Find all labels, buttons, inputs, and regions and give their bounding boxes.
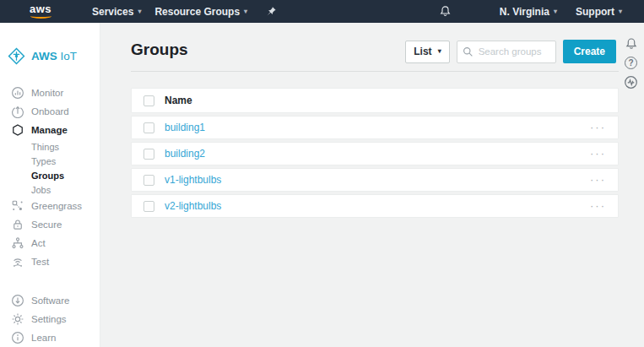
sidebar-item-label: Act [31, 238, 46, 248]
wifi-signal-icon [10, 255, 24, 269]
pushpin-icon [266, 6, 277, 17]
info-circle-icon [10, 331, 24, 345]
sidebar-item-label: Secure [31, 220, 62, 230]
row-checkbox[interactable] [143, 149, 154, 160]
hierarchy-icon [10, 236, 24, 251]
lock-icon [10, 218, 24, 232]
feedback-activity-button[interactable] [624, 75, 638, 89]
manage-icon [10, 123, 24, 138]
sidebar-item-jobs[interactable]: Jobs [0, 182, 100, 197]
gear-icon [10, 312, 24, 327]
sidebar-item-label: Software [31, 295, 69, 306]
region-selector[interactable]: N. Virginia ▾ [500, 0, 557, 23]
sidebar-item-settings[interactable]: Settings [0, 310, 100, 328]
sidebar-item-label: Onboard [31, 106, 69, 117]
sidebar-item-label: Learn [31, 333, 56, 343]
help-button[interactable]: ? [625, 57, 637, 69]
services-menu[interactable]: Services ▾ [85, 0, 148, 23]
right-icon-rail: ? [624, 36, 638, 89]
groups-table: Name building1 ··· building2 ··· v1-ligh… [131, 88, 619, 218]
aws-logo[interactable]: aws [30, 4, 51, 19]
resource-groups-menu[interactable]: Resource Groups ▾ [148, 0, 254, 23]
chevron-down-icon: ▾ [438, 48, 441, 55]
column-header-name: Name [165, 95, 192, 106]
top-navigation-bar: aws Services ▾ Resource Groups ▾ [0, 0, 644, 23]
chevron-down-icon: ▾ [554, 8, 557, 15]
greengrass-icon [10, 199, 24, 214]
table-row: building2 ··· [131, 142, 619, 165]
region-label: N. Virginia [500, 6, 549, 18]
chevron-down-icon: ▾ [138, 8, 141, 15]
sidebar-item-things[interactable]: Things [0, 139, 100, 154]
monitor-icon [10, 86, 24, 100]
main-content: Groups List ▾ Create [100, 23, 644, 347]
view-selector-value: List [414, 46, 431, 57]
row-checkbox[interactable] [143, 201, 154, 212]
aws-iot-console: aws Services ▾ Resource Groups ▾ [0, 0, 644, 347]
toolbar: List ▾ Create [405, 40, 616, 63]
support-menu[interactable]: Support ▾ [576, 0, 622, 23]
aws-logo-text: aws [30, 4, 51, 14]
group-link[interactable]: v1-lightbulbs [165, 174, 221, 186]
table-header-row: Name [131, 88, 619, 113]
table-row: v1-lightbulbs ··· [131, 168, 619, 192]
row-actions-button[interactable]: ··· [590, 203, 606, 209]
chevron-down-icon: ▾ [244, 8, 247, 15]
row-checkbox[interactable] [143, 175, 154, 186]
table-row: building1 ··· [131, 116, 619, 139]
sidebar-item-groups[interactable]: Groups [0, 168, 100, 182]
sidebar-item-learn[interactable]: Learn [0, 328, 100, 347]
bell-icon [439, 4, 452, 18]
group-link[interactable]: v2-lightbulbs [165, 200, 221, 212]
header-divider [131, 71, 619, 72]
chevron-down-icon: ▾ [619, 8, 622, 15]
sidebar-item-act[interactable]: Act [0, 234, 100, 252]
resource-groups-menu-label: Resource Groups [154, 6, 240, 18]
row-actions-button[interactable]: ··· [590, 151, 606, 156]
sidebar-item-label: Greengrass [31, 201, 82, 211]
download-circle-icon [10, 294, 24, 308]
sidebar-item-manage[interactable]: Manage [0, 121, 100, 139]
pin-shortcut-button[interactable] [266, 6, 277, 17]
support-menu-label: Support [576, 6, 614, 18]
row-actions-button[interactable]: ··· [590, 125, 606, 130]
aws-smile-icon [30, 14, 51, 19]
topnav-right-group: N. Virginia ▾ Support ▾ [500, 0, 644, 23]
group-link[interactable]: building1 [165, 122, 205, 133]
sidebar-subitem-label: Jobs [31, 185, 51, 195]
alerts-bell-button[interactable] [625, 36, 638, 51]
sidebar-subitem-label: Groups [31, 171, 64, 181]
services-menu-label: Services [92, 6, 133, 18]
page-title: Groups [131, 41, 188, 59]
sidebar-footer-nav: Software Settings Learn [0, 291, 100, 347]
onboard-icon [10, 105, 24, 119]
sidebar-item-secure[interactable]: Secure [0, 215, 100, 234]
sidebar-item-software[interactable]: Software [0, 291, 100, 310]
sidebar-subitem-label: Things [31, 142, 59, 152]
table-row: v2-lightbulbs ··· [131, 194, 619, 218]
aws-iot-logo-icon [8, 47, 25, 65]
sidebar-item-test[interactable]: Test [0, 252, 100, 271]
sidebar-subitem-label: Types [31, 156, 56, 166]
search-icon [463, 46, 474, 57]
sidebar-item-types[interactable]: Types [0, 154, 100, 168]
view-selector-dropdown[interactable]: List ▾ [405, 41, 449, 63]
aws-iot-brand[interactable]: AWS IoT [0, 23, 100, 65]
aws-iot-brand-text: AWS IoT [31, 50, 77, 62]
sidebar-item-onboard[interactable]: Onboard [0, 102, 100, 121]
notifications-bell-button[interactable] [439, 4, 452, 18]
sidebar-item-label: Settings [31, 314, 67, 324]
group-link[interactable]: building2 [165, 148, 205, 160]
sidebar-item-greengrass[interactable]: Greengrass [0, 197, 100, 215]
row-checkbox[interactable] [143, 122, 154, 133]
sidebar-item-label: Monitor [31, 88, 63, 98]
sidebar-item-label: Manage [31, 125, 68, 135]
sidebar-item-label: Test [31, 257, 49, 267]
select-all-checkbox[interactable] [143, 95, 154, 106]
search-box [457, 41, 556, 63]
row-actions-button[interactable]: ··· [590, 177, 606, 182]
create-button[interactable]: Create [563, 40, 616, 63]
sidebar-item-monitor[interactable]: Monitor [0, 84, 100, 102]
sidebar: AWS IoT Monitor Onboard [0, 23, 100, 347]
question-mark-icon: ? [628, 58, 633, 68]
